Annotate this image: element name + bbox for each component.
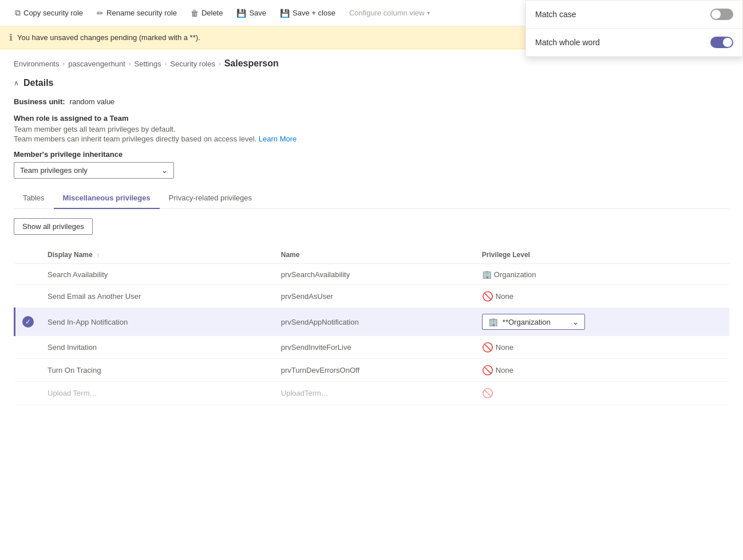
tab-privacy[interactable]: Privacy-related privileges	[160, 188, 261, 209]
delete-icon: 🗑	[191, 9, 199, 18]
breadcrumb-sep-3: ›	[165, 60, 167, 67]
tab-tables[interactable]: Tables	[14, 188, 54, 209]
table-row[interactable]: Send Invitation prvSendInviteForLive 🚫 N…	[15, 336, 730, 359]
none-icon: 🚫	[482, 291, 493, 302]
table-row[interactable]: Upload Term… UploadTerm… 🚫	[15, 382, 730, 405]
sort-asc-icon: ↑	[97, 252, 100, 258]
row-name: UploadTerm…	[274, 382, 475, 405]
breadcrumb-current: Salesperson	[224, 58, 279, 69]
level-label: **Organization	[503, 318, 551, 326]
col-privilege-level-label: Privilege Level	[482, 251, 530, 259]
row-name: prvSearchAvailability	[274, 264, 475, 285]
row-check-cell: ✓	[15, 308, 41, 336]
configure-label: Configure column view	[349, 9, 425, 17]
details-title: Details	[23, 78, 53, 88]
save-icon: 💾	[236, 9, 246, 18]
row-display-name: Send In-App Notification	[41, 308, 274, 336]
col-display-name[interactable]: Display Name ↑	[41, 246, 274, 264]
match-case-toggle[interactable]	[710, 9, 733, 20]
table-row[interactable]: ✓ Send In-App Notification prvSendAppNot…	[15, 308, 730, 336]
row-display-name: Upload Term…	[41, 382, 274, 405]
match-whole-word-item: Match whole word	[526, 29, 742, 57]
col-privilege-level[interactable]: Privilege Level	[475, 246, 729, 264]
configure-column-view-button[interactable]: Configure column view ▾	[343, 5, 436, 21]
table-row[interactable]: Send Email as Another User prvSendAsUser…	[15, 285, 730, 308]
col-checkbox	[15, 246, 41, 264]
row-display-name: Send Invitation	[41, 336, 274, 359]
info-icon: ℹ	[9, 32, 13, 43]
row-display-name: Turn On Tracing	[41, 359, 274, 382]
privilege-inheritance-label: Member's privilege inheritance	[14, 150, 729, 159]
row-name: prvSendAsUser	[274, 285, 475, 308]
col-name[interactable]: Name	[274, 246, 475, 264]
copy-label: Copy security role	[23, 9, 83, 17]
match-whole-word-toggle[interactable]	[710, 37, 733, 48]
table-row[interactable]: Turn On Tracing prvTurnDevErrorsOnOff 🚫 …	[15, 359, 730, 382]
team-section: When role is assigned to a Team Team mem…	[14, 114, 729, 143]
delete-button[interactable]: 🗑 Delete	[185, 5, 229, 21]
privileges-table: Display Name ↑ Name Privilege Level Sear…	[14, 246, 729, 405]
level-label: None	[496, 292, 513, 301]
row-level: 🏢 Organization	[475, 264, 729, 285]
privilege-inheritance-select[interactable]: Team privileges only ⌄	[14, 162, 174, 179]
rename-icon: ✏	[97, 9, 104, 18]
match-case-label: Match case	[535, 10, 576, 19]
none-icon: 🚫	[482, 342, 493, 353]
save-close-icon: 💾	[280, 9, 290, 18]
toolbar: ⧉ Copy security role ✏ Rename security r…	[0, 0, 743, 26]
copy-security-role-button[interactable]: ⧉ Copy security role	[9, 5, 89, 21]
match-case-thumb	[712, 10, 721, 19]
row-level: 🚫 None	[475, 285, 729, 308]
row-level: 🚫 None	[475, 359, 729, 382]
match-case-track	[710, 9, 733, 20]
level-label: None	[496, 366, 513, 374]
level-label: None	[496, 343, 513, 352]
level-badge: 🏢 **Organization	[488, 317, 551, 326]
row-check-cell	[15, 264, 41, 285]
business-unit-label: Business unit:	[14, 97, 65, 106]
match-case-item: Match case	[526, 1, 742, 29]
table-body: Search Availability prvSearchAvailabilit…	[15, 264, 730, 405]
breadcrumb-environments[interactable]: Environments	[14, 60, 59, 68]
team-line2: Team members can inherit team privileges…	[14, 135, 256, 143]
breadcrumb-security-roles[interactable]: Security roles	[170, 60, 215, 68]
row-check-cell	[15, 359, 41, 382]
chevron-down-icon: ▾	[427, 10, 430, 16]
details-section-header[interactable]: ∧ Details	[14, 78, 729, 88]
row-check-cell	[15, 382, 41, 405]
level-label: Organization	[494, 270, 536, 279]
row-check-cell	[15, 336, 41, 359]
save-button[interactable]: 💾 Save	[231, 5, 272, 21]
row-name: prvTurnDevErrorsOnOff	[274, 359, 475, 382]
rename-security-role-button[interactable]: ✏ Rename security role	[91, 5, 183, 21]
business-unit-value: random value	[70, 97, 115, 106]
breadcrumb-sep-2: ›	[129, 60, 131, 67]
main-content: Environments › pascavengerhunt › Setting…	[0, 49, 743, 414]
breadcrumb-pascavengerhunt[interactable]: pascavengerhunt	[68, 60, 125, 68]
team-line2-row: Team members can inherit team privileges…	[14, 135, 729, 143]
match-whole-word-label: Match whole word	[535, 38, 600, 47]
none-icon: 🚫	[482, 388, 493, 399]
show-all-privileges-button[interactable]: Show all privileges	[14, 218, 93, 235]
breadcrumb-settings[interactable]: Settings	[135, 60, 161, 68]
level-dropdown[interactable]: 🏢 **Organization ⌄	[482, 314, 585, 330]
row-name: prvSendAppNotification	[274, 308, 475, 336]
match-whole-word-thumb	[723, 38, 732, 47]
tabs: Tables Miscellaneous privileges Privacy-…	[14, 188, 729, 209]
tab-miscellaneous[interactable]: Miscellaneous privileges	[54, 188, 160, 209]
dropdown-chevron-icon: ⌄	[572, 318, 579, 326]
row-level: 🚫	[475, 382, 729, 405]
learn-more-link[interactable]: Learn More	[259, 135, 297, 143]
save-close-button[interactable]: 💾 Save + close	[274, 5, 341, 21]
row-level: 🚫 None	[475, 336, 729, 359]
business-unit-row: Business unit: random value	[14, 97, 729, 106]
row-display-name: Search Availability	[41, 264, 274, 285]
privilege-inheritance-group: Member's privilege inheritance Team priv…	[14, 150, 729, 179]
row-level[interactable]: 🏢 **Organization ⌄	[475, 308, 729, 336]
breadcrumb-sep-1: ›	[62, 60, 65, 67]
rename-label: Rename security role	[106, 9, 177, 17]
team-title: When role is assigned to a Team	[14, 114, 729, 123]
col-name-label: Name	[281, 251, 300, 259]
none-icon: 🚫	[482, 365, 493, 376]
table-row[interactable]: Search Availability prvSearchAvailabilit…	[15, 264, 730, 285]
